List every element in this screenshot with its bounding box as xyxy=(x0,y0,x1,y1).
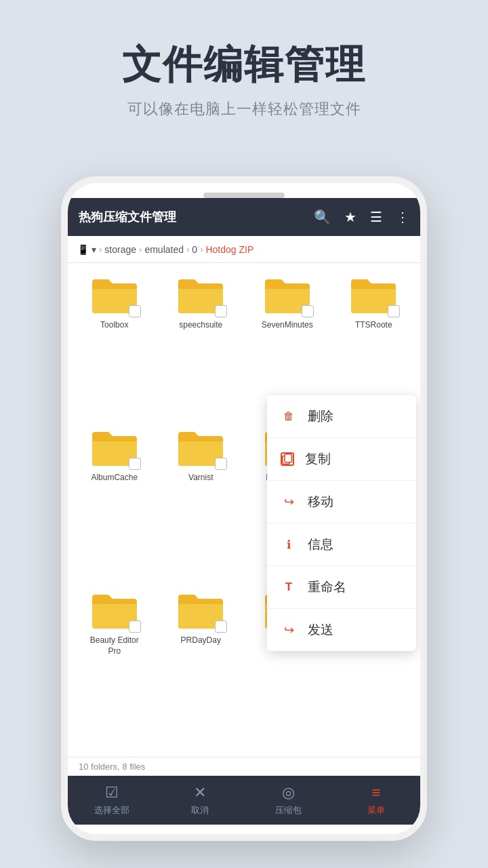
rename-label: 重命名 xyxy=(308,578,346,596)
bottom-cancel[interactable]: ✕ 取消 xyxy=(156,776,244,825)
folder-checkbox[interactable] xyxy=(388,305,400,317)
folder-checkbox[interactable] xyxy=(129,458,141,470)
file-label: speechsuite xyxy=(179,320,222,331)
compress-icon: ◎ xyxy=(282,784,295,802)
bottom-compress[interactable]: ◎ 压缩包 xyxy=(244,776,332,825)
hero-section: 文件编辑管理 可以像在电脑上一样轻松管理文件 xyxy=(0,0,488,146)
context-menu-info[interactable]: ℹ 信息 xyxy=(267,524,416,566)
cancel-label: 取消 xyxy=(191,804,209,816)
folder-icon-wrap xyxy=(89,589,140,631)
breadcrumb-sep-3: › xyxy=(186,244,189,254)
folder-icon-wrap xyxy=(176,427,226,469)
hero-title: 文件编辑管理 xyxy=(27,41,461,88)
rename-icon: T xyxy=(281,579,297,595)
device-icon: 📱 xyxy=(77,244,89,255)
bottom-menu[interactable]: ≡ 菜单 xyxy=(332,776,420,825)
send-label: 发送 xyxy=(308,621,333,639)
folder-checkbox[interactable] xyxy=(215,305,227,317)
toolbar-icons: 🔍 ★ ☰ ⋮ xyxy=(314,209,409,225)
delete-icon: 🗑 xyxy=(281,408,297,425)
context-menu-move[interactable]: ↪ 移动 xyxy=(267,481,416,524)
file-grid: Toolbox speechsuite xyxy=(68,263,420,757)
file-label-beauty-editor: Beauty Editor Pro xyxy=(87,635,142,656)
star-icon[interactable]: ★ xyxy=(344,209,357,225)
folder-icon-wrap xyxy=(262,274,312,316)
app-toolbar: 热狗压缩文件管理 🔍 ★ ☰ ⋮ xyxy=(68,198,420,236)
breadcrumb-emulated[interactable]: emulated xyxy=(144,244,184,255)
info-label: 信息 xyxy=(308,536,333,553)
bottom-bar: ☑ 选择全部 ✕ 取消 ◎ 压缩包 ≡ 菜单 xyxy=(68,776,420,825)
folder-checkbox[interactable] xyxy=(129,305,141,317)
more-icon[interactable]: ⋮ xyxy=(396,209,409,225)
breadcrumb-sep-4: › xyxy=(200,244,203,254)
select-all-icon: ☑ xyxy=(105,784,119,802)
folder-icon-wrap xyxy=(89,274,140,316)
move-label: 移动 xyxy=(308,493,333,511)
toolbar-title: 热狗压缩文件管理 xyxy=(79,209,314,225)
file-count: 10 folders, 8 files xyxy=(79,762,145,772)
phone-notch xyxy=(203,193,285,198)
context-menu-copy[interactable]: 复制 xyxy=(267,438,416,481)
context-menu-send[interactable]: ↪ 发送 xyxy=(267,609,416,651)
file-info-bar: 10 folders, 8 files xyxy=(68,757,420,776)
context-menu-rename[interactable]: T 重命名 xyxy=(267,566,416,609)
file-label: Toolbox xyxy=(100,320,128,331)
context-menu: 🗑 删除 复制 ↪ 移动 ℹ 信息 T 重命名 xyxy=(267,395,416,651)
phone-mockup: 热狗压缩文件管理 🔍 ★ ☰ ⋮ 📱 ▾ › storage › emulate… xyxy=(61,176,427,841)
copy-icon xyxy=(281,452,294,466)
svg-rect-1 xyxy=(285,454,291,462)
delete-label: 删除 xyxy=(308,408,333,425)
folder-icon-wrap xyxy=(176,589,226,631)
info-icon: ℹ xyxy=(281,536,297,553)
compress-label: 压缩包 xyxy=(275,804,302,816)
context-menu-delete[interactable]: 🗑 删除 xyxy=(267,395,416,438)
move-icon: ↪ xyxy=(281,494,297,510)
menu-icon[interactable]: ☰ xyxy=(370,209,382,225)
folder-checkbox[interactable] xyxy=(215,458,227,470)
app-content: 热狗压缩文件管理 🔍 ★ ☰ ⋮ 📱 ▾ › storage › emulate… xyxy=(68,198,420,825)
hero-subtitle: 可以像在电脑上一样轻松管理文件 xyxy=(27,99,461,119)
breadcrumb-sep-1: › xyxy=(99,244,102,254)
send-icon: ↪ xyxy=(281,622,297,638)
cancel-icon: ✕ xyxy=(194,784,206,802)
file-label: AlbumCache xyxy=(91,473,138,484)
file-label: TTSRoote xyxy=(355,320,392,331)
breadcrumb-sep-2: › xyxy=(139,244,142,254)
folder-icon-wrap xyxy=(176,274,226,316)
file-label: SevenMinutes xyxy=(262,320,313,331)
copy-label: 复制 xyxy=(305,450,331,468)
list-item[interactable]: Beauty Editor Pro xyxy=(75,589,155,746)
menu-bottom-label: 菜单 xyxy=(367,804,385,816)
device-dropdown[interactable]: ▾ xyxy=(92,244,96,255)
folder-checkbox[interactable] xyxy=(302,305,314,317)
folder-checkbox[interactable] xyxy=(215,620,227,633)
breadcrumb-zero[interactable]: 0 xyxy=(192,244,197,255)
folder-icon-wrap xyxy=(348,274,399,316)
folder-checkbox[interactable] xyxy=(129,620,141,633)
list-item[interactable]: PRDayDay xyxy=(161,589,241,746)
file-label: Varnist xyxy=(188,473,213,484)
list-item[interactable]: Toolbox xyxy=(75,274,155,420)
breadcrumb-current[interactable]: Hotdog ZIP xyxy=(205,244,253,255)
list-item[interactable]: Varnist xyxy=(161,427,241,583)
search-icon[interactable]: 🔍 xyxy=(314,209,331,225)
folder-icon-wrap xyxy=(89,427,140,469)
bottom-select-all[interactable]: ☑ 选择全部 xyxy=(68,776,156,825)
menu-bottom-icon: ≡ xyxy=(372,784,381,802)
list-item[interactable]: speechsuite xyxy=(161,274,241,420)
file-label: PRDayDay xyxy=(181,635,221,646)
breadcrumb-device[interactable]: 📱 ▾ xyxy=(77,244,96,255)
breadcrumb-storage[interactable]: storage xyxy=(104,244,136,255)
breadcrumb: 📱 ▾ › storage › emulated › 0 › Hotdog ZI… xyxy=(68,236,420,263)
select-all-label: 选择全部 xyxy=(94,804,129,816)
list-item[interactable]: AlbumCache xyxy=(75,427,155,583)
